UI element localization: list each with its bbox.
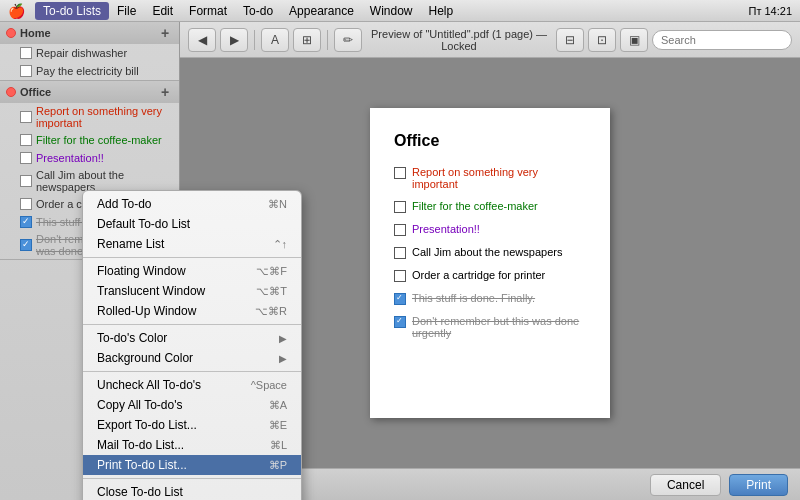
menubar-window[interactable]: Window [362,2,421,20]
pdf-item-text: Don't remember but this was done urgentl… [412,315,586,339]
todo-checkbox[interactable] [20,239,32,251]
ctx-uncheck-all[interactable]: Uncheck All To-do's ^Space [83,375,301,395]
ctx-add-todo[interactable]: Add To-do ⌘N [83,194,301,214]
ctx-arrow: ▶ [279,333,287,344]
menubar-todolist[interactable]: To-do Lists [35,2,109,20]
ctx-shortcut: ⌘L [270,439,287,452]
todo-checkbox[interactable] [20,65,32,77]
menubar-format[interactable]: Format [181,2,235,20]
pdf-item-text: Report on something very important [412,166,586,190]
sidebar-group-home-label: Home [20,27,51,39]
ctx-todo-color[interactable]: To-do's Color ▶ [83,328,301,348]
ctx-shortcut: ⌘N [268,198,287,211]
ctx-translucent-window[interactable]: Translucent Window ⌥⌘T [83,281,301,301]
apple-menu[interactable]: 🍎 [8,3,25,19]
ctx-label: Close To-do List [97,485,183,499]
list-item[interactable]: Repair dishwasher [0,44,179,62]
ctx-mail[interactable]: Mail To-do List... ⌘L [83,435,301,455]
pdf-todo-item: Call Jim about the newspapers [394,246,586,259]
pdf-checkbox [394,167,406,179]
todo-checkbox[interactable] [20,111,32,123]
pdf-todo-item: This stuff is done. Finally. [394,292,586,305]
ctx-export[interactable]: Export To-do List... ⌘E [83,415,301,435]
list-item[interactable]: Presentation!! [0,149,179,167]
ctx-floating-window[interactable]: Floating Window ⌥⌘F [83,261,301,281]
todo-checkbox[interactable] [20,198,32,210]
ctx-default-todo-list[interactable]: Default To-do List [83,214,301,234]
pdf-item-text: Presentation!! [412,223,480,235]
todo-checkbox[interactable] [20,47,32,59]
todo-checkbox[interactable] [20,152,32,164]
nav-back-button[interactable]: ◀ [188,28,216,52]
ctx-label: Copy All To-do's [97,398,182,412]
ctx-label: Default To-do List [97,217,190,231]
grid-button[interactable]: ⊞ [293,28,321,52]
ctx-label: Translucent Window [97,284,205,298]
todo-text: Repair dishwasher [36,47,127,59]
ctx-rename-list[interactable]: Rename List ⌃↑ [83,234,301,254]
pdf-checkbox [394,270,406,282]
ctx-rolledup-window[interactable]: Rolled-Up Window ⌥⌘R [83,301,301,321]
todo-text: Presentation!! [36,152,104,164]
sidebar-group-home: Home + Repair dishwasher Pay the electri… [0,22,179,81]
menubar-file[interactable]: File [109,2,144,20]
sidebar-group-office-label: Office [20,86,51,98]
list-item[interactable]: Filter for the coffee-maker [0,131,179,149]
pdf-item-text: This stuff is done. Finally. [412,292,535,304]
todo-text: Pay the electricity bill [36,65,139,77]
view-btn-2[interactable]: ⊡ [588,28,616,52]
ctx-label: To-do's Color [97,331,167,345]
ctx-label: Floating Window [97,264,186,278]
menubar-todo[interactable]: To-do [235,2,281,20]
toolbar-title: Preview of "Untitled".pdf (1 page) — Loc… [366,28,552,52]
nav-forward-button[interactable]: ▶ [220,28,248,52]
ctx-label: Export To-do List... [97,418,197,432]
ctx-label: Print To-do List... [97,458,187,472]
toolbar-separator [254,30,255,50]
ctx-label: Uncheck All To-do's [97,378,201,392]
pdf-page: Office Report on something very importan… [370,108,610,418]
list-item[interactable]: Report on something very important [0,103,179,131]
menubar-clock: Пт 14:21 [748,5,792,17]
pdf-item-text: Call Jim about the newspapers [412,246,562,258]
pdf-checkbox [394,224,406,236]
menubar-appearance[interactable]: Appearance [281,2,362,20]
ctx-shortcut: ⌥⌘R [255,305,287,318]
pdf-item-text: Order a cartridge for printer [412,269,545,281]
add-office-todo-button[interactable]: + [157,84,173,100]
context-menu: Add To-do ⌘N Default To-do List Rename L… [82,190,302,500]
sidebar-header-office: Office + [0,81,179,103]
view-btn-1[interactable]: ⊟ [556,28,584,52]
print-button[interactable]: Print [729,474,788,496]
ctx-label: Background Color [97,351,193,365]
ctx-copy-all[interactable]: Copy All To-do's ⌘A [83,395,301,415]
ctx-bg-color[interactable]: Background Color ▶ [83,348,301,368]
todo-checkbox[interactable] [20,175,32,187]
ctx-print[interactable]: Print To-do List... ⌘P [83,455,301,475]
ctx-label: Rolled-Up Window [97,304,196,318]
list-item[interactable]: Pay the electricity bill [0,62,179,80]
pdf-checkbox [394,316,406,328]
view-btn-3[interactable]: ▣ [620,28,648,52]
todo-checkbox[interactable] [20,216,32,228]
ctx-label: Add To-do [97,197,152,211]
ctx-separator [83,257,301,258]
pdf-todo-item: Presentation!! [394,223,586,236]
ctx-separator [83,324,301,325]
edit-button[interactable]: ✏ [334,28,362,52]
search-input[interactable] [652,30,792,50]
close-home-button[interactable] [6,28,16,38]
ctx-shortcut: ⌥⌘F [256,265,287,278]
ctx-shortcut: ⌃↑ [273,238,288,251]
pdf-title: Office [394,132,586,150]
cancel-button[interactable]: Cancel [650,474,721,496]
menubar-edit[interactable]: Edit [144,2,181,20]
menubar-help[interactable]: Help [421,2,462,20]
ctx-close-list[interactable]: Close To-do List [83,482,301,500]
add-home-todo-button[interactable]: + [157,25,173,41]
toolbar: ◀ ▶ A ⊞ ✏ Preview of "Untitled".pdf (1 p… [180,22,800,58]
sidebar-header-home: Home + [0,22,179,44]
todo-checkbox[interactable] [20,134,32,146]
font-button[interactable]: A [261,28,289,52]
close-office-button[interactable] [6,87,16,97]
